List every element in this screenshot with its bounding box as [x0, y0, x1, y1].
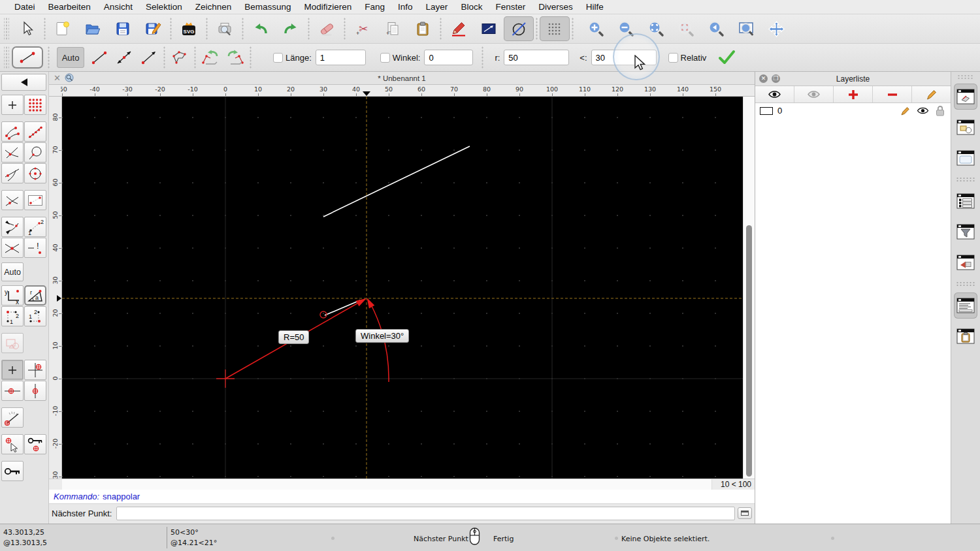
copy-button[interactable]: + — [378, 16, 408, 41]
relative-polar-button[interactable]: 12 — [24, 306, 46, 326]
menu-ansicht[interactable]: Ansicht — [97, 2, 139, 12]
restrict-horizontal-button[interactable] — [1, 381, 24, 401]
angle-input[interactable] — [424, 50, 473, 65]
auto-zoom-button[interactable] — [641, 16, 671, 41]
dock-block-list-button[interactable] — [954, 114, 977, 140]
coordinate-cartesian-button[interactable]: yx — [1, 285, 24, 306]
snap-free-button[interactable] — [1, 95, 24, 115]
snap-perpendicular-button[interactable] — [1, 190, 24, 210]
snap-intersection-auto-button[interactable] — [1, 142, 24, 163]
dock-layer-list-button[interactable] — [954, 84, 977, 110]
unlock-relative-zero-button[interactable] — [1, 461, 24, 481]
coordinate-polar-button[interactable]: ra — [24, 285, 46, 306]
layer-row[interactable]: 0 — [755, 103, 951, 118]
vertical-scrollbar[interactable] — [743, 97, 755, 479]
menu-diverses[interactable]: Diverses — [532, 2, 580, 12]
snap-tangent-button[interactable] — [1, 163, 24, 183]
angle-checkbox[interactable] — [380, 53, 390, 63]
relative-checkbox[interactable] — [668, 53, 678, 63]
paste-button[interactable] — [408, 16, 438, 41]
options-drag-handle[interactable] — [4, 46, 9, 69]
back-button[interactable] — [1, 74, 46, 91]
snap-grid-button[interactable] — [24, 95, 46, 115]
construction-toggle-button[interactable] — [504, 16, 534, 41]
active-tool-line-button[interactable] — [12, 46, 43, 69]
undo-button[interactable] — [246, 16, 276, 41]
layer-color-swatch[interactable] — [760, 107, 773, 115]
lock-relative-zero-button[interactable] — [24, 434, 46, 454]
menu-bemassung[interactable]: Bemassung — [238, 2, 297, 12]
save-document-button[interactable] — [108, 16, 138, 41]
save-document-as-button[interactable] — [138, 16, 168, 41]
menu-info[interactable]: Info — [391, 2, 419, 12]
zoom-window-button[interactable] — [731, 16, 761, 41]
menu-datei[interactable]: Datei — [8, 2, 42, 12]
vertical-scrollbar-thumb[interactable] — [746, 225, 752, 477]
zoom-selection-button[interactable] — [671, 16, 701, 41]
dock-view-list-button[interactable] — [954, 145, 977, 171]
hide-all-layers-button[interactable] — [794, 86, 834, 102]
set-relative-zero-button[interactable] — [1, 434, 24, 454]
restrict-vertical-button[interactable] — [24, 381, 46, 401]
layer-visible-icon[interactable] — [917, 106, 929, 115]
polyline-redo-button[interactable] — [223, 46, 248, 69]
grid-toggle-button[interactable] — [540, 16, 570, 41]
layer-lock-icon[interactable] — [935, 105, 945, 116]
print-preview-button[interactable] — [210, 16, 240, 41]
line-auto-button[interactable]: Auto — [57, 47, 84, 68]
previous-view-button[interactable] — [701, 16, 731, 41]
new-document-button[interactable] — [48, 16, 78, 41]
length-input[interactable] — [316, 50, 366, 65]
snap-on-entity-button[interactable] — [24, 121, 46, 142]
open-document-button[interactable] — [78, 16, 108, 41]
dock-property-editor-button[interactable] — [954, 188, 977, 214]
cut-button[interactable]: ✂+ — [348, 16, 378, 41]
line-2-points-button[interactable] — [87, 46, 112, 69]
edit-layer-button[interactable] — [912, 86, 951, 102]
horizontal-scrollbar[interactable]: 10 < 100 — [49, 479, 755, 490]
polar-angle-input[interactable] — [591, 50, 657, 65]
remove-layer-button[interactable] — [873, 86, 912, 102]
snap-reference-button[interactable] — [24, 190, 46, 210]
menu-selektion[interactable]: Selektion — [139, 2, 189, 12]
tab-title[interactable]: * Unbenannt 1 — [49, 74, 755, 82]
polyline-undo-button[interactable] — [198, 46, 223, 69]
snap-coordinate-button[interactable]: ! — [24, 238, 46, 258]
dock-command-history-button[interactable] — [954, 292, 977, 319]
selection-tool-button[interactable] — [12, 16, 42, 41]
dock-selection-filter-button[interactable] — [954, 219, 977, 245]
length-checkbox[interactable] — [273, 53, 283, 63]
relative-cartesian-button[interactable]: 12 — [1, 306, 24, 326]
layer-edit-icon[interactable] — [900, 106, 911, 116]
radius-input[interactable] — [504, 50, 569, 65]
snap-endpoints-button[interactable] — [1, 121, 24, 142]
snap-auto-mode-button[interactable]: Auto — [1, 262, 24, 281]
snap-entity-button[interactable] — [24, 142, 46, 163]
ray-button[interactable] — [137, 46, 161, 69]
snap-angle-button[interactable] — [1, 407, 24, 428]
menu-hilfe[interactable]: Hilfe — [580, 2, 610, 12]
delete-entities-button[interactable] — [312, 16, 342, 41]
dock-library-browser-button[interactable] — [954, 249, 977, 276]
drawing-canvas[interactable]: R=50 Winkel=30° — [62, 97, 743, 479]
polygon-button[interactable] — [167, 46, 192, 69]
command-panel-toggle-button[interactable] — [738, 507, 752, 519]
snap-auto-button[interactable] — [1, 217, 24, 237]
zoom-out-button[interactable] — [611, 16, 641, 41]
draw-pencil-button[interactable] — [444, 16, 474, 41]
menu-fang[interactable]: Fang — [358, 2, 391, 12]
pan-button[interactable] — [761, 16, 791, 41]
command-input[interactable] — [116, 507, 736, 520]
dock-clipboard-button[interactable] — [954, 323, 977, 349]
snap-intersection-manual-button[interactable] — [1, 238, 24, 258]
toolbar-drag-handle[interactable] — [4, 18, 9, 40]
restrict-nothing-button[interactable] — [1, 360, 24, 380]
snap-center-button[interactable] — [24, 163, 46, 183]
show-all-layers-button[interactable] — [755, 86, 794, 102]
horizontal-scrollbar-track[interactable] — [62, 479, 712, 490]
menu-bearbeiten[interactable]: Bearbeiten — [42, 2, 97, 12]
svg-export-button[interactable]: SVG — [174, 16, 204, 41]
menu-modifizieren[interactable]: Modifizieren — [298, 2, 359, 12]
line-shapes-button[interactable] — [474, 16, 504, 41]
restrict-orthogonal-button[interactable] — [24, 360, 46, 380]
